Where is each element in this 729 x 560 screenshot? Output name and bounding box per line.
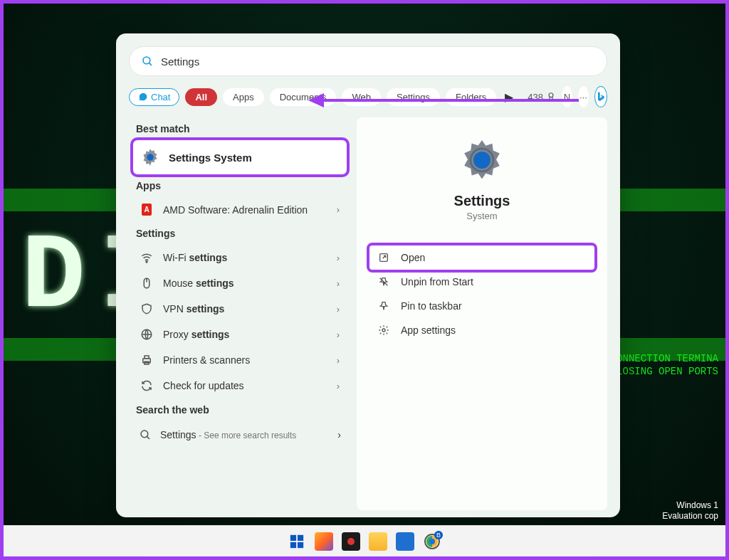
apps-label: Apps	[136, 180, 347, 191]
svg-line-1	[149, 63, 152, 65]
action-open[interactable]: Open	[369, 245, 594, 270]
preview-subtitle: System	[466, 211, 497, 221]
filter-apps[interactable]: Apps	[223, 88, 264, 106]
svg-point-5	[146, 261, 147, 263]
bg-small-2: CLOSING OPEN PORTS	[611, 365, 718, 378]
setting-proxy[interactable]: Proxy settings ›	[133, 322, 347, 347]
filter-all[interactable]: All	[185, 88, 217, 106]
microsoft-store-icon[interactable]	[396, 532, 414, 551]
chevron-right-icon: ›	[337, 304, 340, 315]
chevron-right-icon: ›	[337, 381, 340, 391]
taskbar-app-1[interactable]	[315, 532, 333, 551]
watermark: Windows 1Evaluation cop	[662, 500, 718, 522]
filter-row: Chat All Apps Documents Web Settings Fol…	[129, 86, 607, 107]
svg-point-17	[382, 329, 385, 332]
svg-line-13	[147, 436, 150, 439]
mouse-icon	[139, 277, 154, 290]
svg-rect-20	[290, 541, 296, 547]
globe-icon	[139, 328, 154, 341]
svg-point-0	[143, 57, 150, 64]
svg-point-23	[429, 539, 435, 544]
amd-icon: A	[139, 204, 154, 216]
filter-chat[interactable]: Chat	[129, 88, 179, 106]
search-icon	[141, 55, 154, 68]
unpin-icon	[377, 276, 391, 287]
setting-vpn[interactable]: VPN settings ›	[133, 296, 347, 322]
bing-icon[interactable]	[594, 86, 607, 107]
chevron-right-icon: ›	[337, 204, 340, 215]
svg-rect-10	[145, 356, 149, 359]
chevron-right-icon: ›	[337, 329, 340, 340]
best-match-subtitle: System	[214, 152, 251, 164]
printer-icon	[139, 354, 154, 366]
action-pin-taskbar[interactable]: Pin to taskbar	[369, 294, 594, 318]
app-amd[interactable]: A AMD Software: Adrenalin Edition ›	[133, 197, 347, 222]
preview-title: Settings	[454, 193, 510, 209]
annotation-arrow	[308, 97, 579, 103]
web-search-settings[interactable]: Settings - See more search results ›	[133, 421, 347, 448]
taskbar[interactable]: B	[4, 525, 725, 556]
svg-rect-18	[290, 534, 296, 540]
results-column: Best match Settings System Apps A AMD So…	[129, 117, 347, 510]
web-label: Search the web	[136, 404, 347, 416]
refresh-icon	[139, 379, 154, 392]
search-icon	[139, 428, 152, 441]
best-match-label: Best match	[136, 123, 347, 134]
best-match-settings[interactable]: Settings System	[133, 140, 347, 174]
svg-rect-19	[298, 534, 303, 540]
svg-point-12	[141, 430, 148, 438]
action-unpin-start[interactable]: Unpin from Start	[369, 270, 594, 294]
search-input[interactable]	[161, 56, 595, 68]
wifi-icon	[139, 251, 154, 264]
start-button[interactable]	[288, 532, 306, 551]
file-explorer-icon[interactable]	[369, 532, 387, 551]
pin-icon	[377, 300, 391, 312]
svg-point-2	[549, 93, 553, 97]
bg-small-1: CONNECTION TERMINA	[611, 352, 718, 365]
chevron-right-icon: ›	[337, 278, 340, 289]
best-match-title: Settings	[169, 152, 211, 164]
action-app-settings[interactable]: App settings	[369, 318, 594, 342]
user-avatar[interactable]: N	[562, 86, 572, 107]
setting-printers[interactable]: Printers & scanners ›	[133, 347, 347, 373]
setting-wifi[interactable]: Wi-Fi settings ›	[133, 245, 347, 270]
search-bar[interactable]	[129, 46, 607, 76]
start-menu: Chat All Apps Documents Web Settings Fol…	[116, 33, 620, 517]
preview-pane: Settings System Open Unpin from Start Pi…	[357, 117, 607, 510]
chevron-right-icon: ›	[337, 429, 341, 440]
svg-point-4	[147, 154, 153, 160]
chevron-right-icon: ›	[337, 253, 340, 263]
gear-icon	[377, 324, 391, 336]
taskbar-app-3[interactable]: B	[423, 532, 441, 551]
shield-icon	[139, 302, 154, 315]
chevron-right-icon: ›	[337, 355, 340, 366]
gear-icon	[459, 137, 505, 183]
setting-updates[interactable]: Check for updates ›	[133, 373, 347, 398]
open-icon	[377, 252, 391, 263]
settings-label: Settings	[136, 228, 347, 239]
setting-mouse[interactable]: Mouse settings ›	[133, 270, 347, 296]
svg-point-14	[473, 152, 491, 169]
svg-rect-21	[298, 541, 303, 547]
gear-icon	[140, 147, 160, 167]
more-icon[interactable]: ···	[578, 86, 589, 107]
taskbar-app-2[interactable]	[342, 532, 360, 551]
